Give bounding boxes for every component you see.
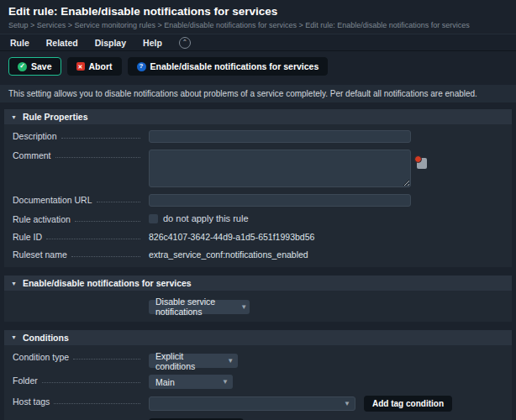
- collapse-triangle-icon: ▼: [11, 334, 17, 340]
- dotted-leader: [73, 359, 140, 360]
- help-icon: ?: [137, 62, 146, 71]
- collapse-menubar-icon[interactable]: ⌃: [179, 37, 191, 49]
- condition-type-value: Explicit conditions: [155, 351, 224, 371]
- page-title: Edit rule: Enable/disable notifications …: [8, 5, 508, 18]
- abort-button[interactable]: ✕ Abort: [67, 57, 122, 76]
- page-header: Edit rule: Enable/disable notifications …: [0, 0, 516, 34]
- ruleset-name-label: Ruleset name: [13, 249, 67, 260]
- collapse-triangle-icon: ▼: [11, 114, 17, 120]
- ruleset-help-button-label: Enable/disable notifications for service…: [150, 61, 319, 71]
- chevron-down-icon: ▼: [238, 303, 250, 311]
- documentation-url-label: Documentation URL: [13, 195, 92, 205]
- section-rule-properties-header[interactable]: ▼ Rule Properties: [4, 109, 512, 124]
- folder-label: Folder: [13, 375, 38, 386]
- menu-help[interactable]: Help: [143, 38, 162, 48]
- insert-date-user-icon[interactable]: [417, 158, 427, 169]
- row-rule-id: Rule ID 826c4107-3642-44d9-a1d5-651f1993…: [8, 231, 505, 242]
- dotted-leader: [61, 138, 140, 139]
- host-tags-label: Host tags: [13, 396, 50, 407]
- rule-id-label: Rule ID: [13, 232, 42, 242]
- folder-dropdown[interactable]: Main ▼: [149, 375, 233, 389]
- dotted-leader: [75, 221, 140, 222]
- dotted-leader: [54, 403, 140, 404]
- section-conditions: ▼ Conditions Condition type Explicit con…: [4, 330, 512, 420]
- section-rule-properties-body: Description Comment Documentation URL: [4, 124, 512, 267]
- description-label: Description: [13, 131, 57, 141]
- comment-label: Comment: [13, 150, 51, 160]
- row-host-tags: Host tags ▼ Add tag condition: [8, 396, 505, 412]
- rule-activation-label: Rule activation: [13, 214, 71, 224]
- menu-display[interactable]: Display: [95, 38, 126, 48]
- row-documentation-url: Documentation URL: [8, 194, 505, 207]
- rule-id-value: 826c4107-3642-44d9-a1d5-651f1993bd56: [145, 231, 505, 242]
- comment-textarea[interactable]: [149, 150, 411, 187]
- toolbar: ✓ Save ✕ Abort ? Enable/disable notifica…: [0, 51, 516, 83]
- row-condition-type: Condition type Explicit conditions ▼: [8, 351, 505, 369]
- dotted-leader: [97, 202, 140, 202]
- row-folder: Folder Main ▼: [8, 375, 505, 389]
- save-button-label: Save: [31, 61, 52, 71]
- dotted-leader: [71, 256, 140, 257]
- section-conditions-title: Conditions: [23, 333, 69, 343]
- ruleset-help-button[interactable]: ? Enable/disable notifications for servi…: [128, 57, 329, 76]
- section-value: ▼ Enable/disable notifications for servi…: [4, 276, 512, 322]
- ruleset-name-value: extra_service_conf:notifications_enabled: [145, 249, 505, 260]
- row-comment: Comment: [8, 150, 505, 187]
- section-conditions-body: Condition type Explicit conditions ▼ Fol…: [4, 345, 512, 420]
- row-ruleset-name: Ruleset name extra_service_conf:notifica…: [8, 249, 505, 260]
- condition-type-label: Condition type: [13, 352, 69, 362]
- section-value-title: Enable/disable notifications for service…: [23, 278, 192, 288]
- folder-value: Main: [155, 377, 175, 387]
- notification-mode-value: Disable service notifications: [155, 297, 238, 317]
- breadcrumb: Setup > Services > Service monitoring ru…: [8, 21, 508, 29]
- condition-type-dropdown[interactable]: Explicit conditions ▼: [149, 354, 238, 368]
- documentation-url-input[interactable]: [149, 194, 411, 207]
- save-button[interactable]: ✓ Save: [8, 57, 61, 76]
- row-description: Description: [8, 130, 505, 143]
- abort-x-icon: ✕: [76, 62, 85, 71]
- collapse-triangle-icon: ▼: [11, 281, 17, 286]
- section-conditions-header[interactable]: ▼ Conditions: [4, 330, 512, 345]
- dotted-leader: [42, 382, 140, 383]
- row-rule-activation: Rule activation do not apply this rule: [8, 213, 505, 224]
- notification-mode-dropdown[interactable]: Disable service notifications ▼: [149, 300, 250, 314]
- section-rule-properties: ▼ Rule Properties Description Comment: [4, 109, 512, 267]
- section-value-body: Disable service notifications ▼: [4, 291, 512, 322]
- ruleset-info-text: This setting allows you to disable notif…: [0, 85, 516, 102]
- do-not-apply-checkbox[interactable]: [149, 214, 158, 223]
- chevron-down-icon: ▼: [340, 400, 355, 407]
- chevron-down-icon: ▼: [224, 357, 238, 365]
- description-input[interactable]: [149, 130, 411, 143]
- section-rule-properties-title: Rule Properties: [23, 112, 88, 122]
- add-tag-condition-button[interactable]: Add tag condition: [364, 396, 452, 412]
- do-not-apply-label: do not apply this rule: [163, 213, 249, 223]
- section-value-header[interactable]: ▼ Enable/disable notifications for servi…: [4, 276, 512, 291]
- dotted-leader: [55, 157, 140, 158]
- menu-related[interactable]: Related: [46, 38, 78, 48]
- abort-button-label: Abort: [89, 61, 113, 71]
- host-tags-dropdown[interactable]: ▼: [149, 396, 355, 411]
- chevron-down-icon: ▼: [218, 378, 233, 386]
- menubar: Rule Related Display Help ⌃: [0, 34, 516, 51]
- menu-rule[interactable]: Rule: [10, 38, 29, 48]
- dotted-leader: [46, 239, 140, 239]
- save-check-icon: ✓: [18, 62, 27, 71]
